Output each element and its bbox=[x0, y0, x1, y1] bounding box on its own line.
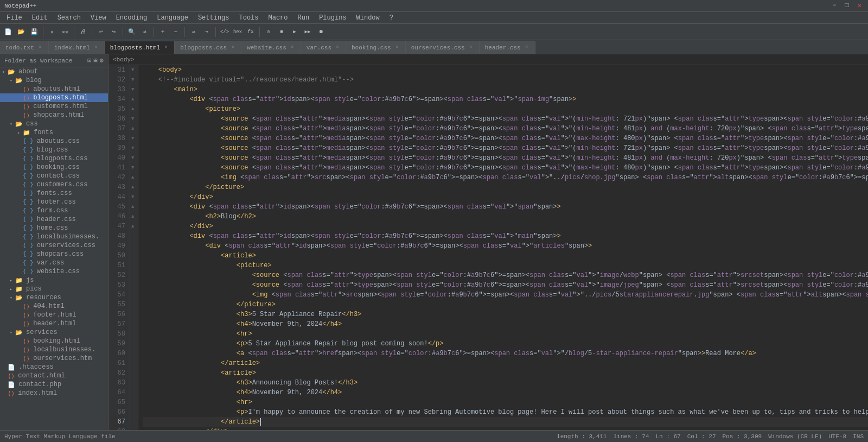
menu-run[interactable]: Run bbox=[293, 13, 314, 23]
tab-blogposts-css[interactable]: blogposts.css× bbox=[175, 41, 241, 54]
tab-close-icon[interactable]: × bbox=[335, 45, 340, 50]
find-replace-button[interactable]: ⇄ bbox=[139, 26, 151, 38]
sidebar-settings-icon[interactable]: ⚙ bbox=[100, 56, 104, 65]
print-button[interactable]: 🖨 bbox=[77, 26, 89, 38]
new-button[interactable]: 📄 bbox=[2, 26, 14, 38]
maximize-button[interactable]: □ bbox=[843, 2, 851, 10]
tree-item-shopcars-css[interactable]: { }shopcars.css bbox=[0, 250, 108, 258]
tree-item-services[interactable]: ▾📂services bbox=[0, 328, 108, 337]
play-btn[interactable]: ▶ bbox=[289, 26, 301, 38]
zoom-out-button[interactable]: − bbox=[170, 26, 182, 38]
minimize-button[interactable]: − bbox=[830, 2, 838, 10]
menu-tools[interactable]: Tools bbox=[234, 13, 263, 23]
tree-item-footer-html[interactable]: ⟨⟩footer.html bbox=[0, 311, 108, 319]
menu-file[interactable]: File bbox=[2, 13, 27, 23]
editor-area: <body> 313233343536373839404142434445464… bbox=[108, 54, 868, 430]
tab-ourservices-css[interactable]: ourservices.css× bbox=[406, 41, 480, 54]
tree-item-css[interactable]: ▾📂css bbox=[0, 119, 108, 128]
tab-close-icon[interactable]: × bbox=[163, 45, 169, 50]
tree-item-blogposts-css[interactable]: { }blogposts.css bbox=[0, 154, 108, 163]
tree-item-blog-css[interactable]: { }blog.css bbox=[0, 146, 108, 154]
func-btn[interactable]: fx bbox=[245, 26, 257, 38]
tag-btn[interactable]: </> bbox=[219, 26, 231, 38]
tab-blogposts-html[interactable]: blogposts.html× bbox=[105, 41, 175, 54]
tree-item-ourservices-htm[interactable]: ⟨⟩ourservices.htm bbox=[0, 354, 108, 363]
menu-edit[interactable]: Edit bbox=[28, 13, 52, 23]
tree-item-404-html[interactable]: ⟨⟩404.html bbox=[0, 302, 108, 311]
menu-settings[interactable]: Settings bbox=[194, 13, 234, 23]
tree-item-fonts-css[interactable]: { }fonts.css bbox=[0, 189, 108, 198]
tab-website-css[interactable]: website.css× bbox=[241, 41, 301, 54]
tree-item-fonts[interactable]: ▸📁fonts bbox=[0, 128, 108, 137]
tab-var-css[interactable]: var.css× bbox=[301, 41, 346, 54]
menu-macro[interactable]: Macro bbox=[264, 13, 292, 23]
menu-encoding[interactable]: Encoding bbox=[112, 13, 152, 23]
menu-language[interactable]: Language bbox=[152, 13, 193, 23]
tree-item-booking-css[interactable]: { }booking.css bbox=[0, 163, 108, 172]
play2-btn[interactable]: ▶▶ bbox=[302, 26, 314, 38]
redo-button[interactable]: ↪ bbox=[108, 26, 120, 38]
tab-index-html[interactable]: index.html× bbox=[49, 41, 105, 54]
tree-item-contact-html[interactable]: ⟨⟩contact.html bbox=[0, 371, 108, 380]
indent-btn[interactable]: ⇥ bbox=[201, 26, 213, 38]
zoom-in-button[interactable]: + bbox=[157, 26, 169, 38]
tab-close-icon[interactable]: × bbox=[93, 45, 99, 50]
capture-btn[interactable]: ⊙ bbox=[263, 26, 275, 38]
menu-search[interactable]: Search bbox=[53, 13, 85, 23]
tree-item-aboutus-css[interactable]: { }aboutus.css bbox=[0, 137, 108, 146]
tree-item--htaccess[interactable]: 📄.htaccess bbox=[0, 363, 108, 371]
tab-close-icon[interactable]: × bbox=[524, 45, 529, 50]
tab-todo-txt[interactable]: todo.txt× bbox=[0, 41, 49, 54]
tree-item-website-css[interactable]: { }website.css bbox=[0, 267, 108, 276]
tree-item-var-css[interactable]: { }var.css bbox=[0, 258, 108, 267]
hex-btn[interactable]: hex bbox=[232, 26, 244, 38]
tree-item-aboutus-html[interactable]: ⟨⟩aboutus.html bbox=[0, 85, 108, 93]
undo-button[interactable]: ↩ bbox=[95, 26, 107, 38]
menu-view[interactable]: View bbox=[86, 13, 111, 23]
close-all-button[interactable]: ✕✕ bbox=[59, 26, 71, 38]
stop-btn[interactable]: ■ bbox=[276, 26, 288, 38]
save-button[interactable]: 💾 bbox=[28, 26, 40, 38]
tree-item-index-html[interactable]: ⟨⟩index.html bbox=[0, 389, 108, 397]
sidebar-collapse-icon[interactable]: ⊡ bbox=[87, 56, 91, 65]
tab-booking-css[interactable]: booking.css× bbox=[346, 41, 406, 54]
tab-close-icon[interactable]: × bbox=[394, 45, 400, 50]
tree-item-resources[interactable]: ▾📂resources bbox=[0, 293, 108, 302]
tab-close-icon[interactable]: × bbox=[230, 45, 235, 50]
wrap-btn[interactable]: ⇌ bbox=[188, 26, 200, 38]
code-editor[interactable]: 3132333435363738394041424344454647484950… bbox=[108, 65, 868, 430]
code-content[interactable]: <body> <!--#include virtual="../resource… bbox=[138, 65, 868, 430]
menu-?[interactable]: ? bbox=[385, 13, 398, 23]
tree-item-js[interactable]: ▸📁js bbox=[0, 276, 108, 285]
open-button[interactable]: 📂 bbox=[15, 26, 27, 38]
tree-item-blog[interactable]: ▾📂blog bbox=[0, 76, 108, 85]
tree-item-header-css[interactable]: { }header.css bbox=[0, 215, 108, 224]
tab-header-css[interactable]: header.css× bbox=[480, 41, 535, 54]
menu-window[interactable]: Window bbox=[352, 13, 384, 23]
tree-item-contact-php[interactable]: 📄contact.php bbox=[0, 380, 108, 389]
tree-item-shopcars-html[interactable]: ⟨⟩shopcars.html bbox=[0, 111, 108, 119]
tree-item-about[interactable]: ▾📂about bbox=[0, 67, 108, 76]
tree-item-form-css[interactable]: { }form.css bbox=[0, 206, 108, 215]
tree-item-customers-css[interactable]: { }customers.css bbox=[0, 180, 108, 189]
sidebar-expand-icon[interactable]: ⊞ bbox=[94, 56, 98, 65]
tree-item-localbusinesses-[interactable]: { }localbusinesses. bbox=[0, 232, 108, 241]
close-tab-button[interactable]: ✕ bbox=[46, 26, 58, 38]
menu-plugins[interactable]: Plugins bbox=[315, 13, 350, 23]
tree-item-localbusinesses-[interactable]: ⟨⟩localbusinesses. bbox=[0, 345, 108, 354]
sched-btn[interactable]: ⏺ bbox=[315, 26, 327, 38]
tree-item-home-css[interactable]: { }home.css bbox=[0, 224, 108, 232]
tree-item-blogposts-html[interactable]: ⟨⟩blogposts.html bbox=[0, 93, 108, 102]
find-button[interactable]: 🔍 bbox=[126, 26, 138, 38]
tab-close-icon[interactable]: × bbox=[37, 45, 43, 50]
tree-item-booking-html[interactable]: ⟨⟩booking.html bbox=[0, 337, 108, 345]
tab-close-icon[interactable]: × bbox=[468, 45, 474, 50]
tab-close-icon[interactable]: × bbox=[290, 45, 295, 50]
tree-item-header-html[interactable]: ⟨⟩header.html bbox=[0, 319, 108, 328]
tree-item-customers-html[interactable]: ⟨⟩customers.html bbox=[0, 102, 108, 111]
close-button[interactable]: ✕ bbox=[856, 2, 864, 10]
tree-item-pics[interactable]: ▸📁pics bbox=[0, 285, 108, 293]
tree-item-contact-css[interactable]: { }contact.css bbox=[0, 172, 108, 180]
tree-item-footer-css[interactable]: { }footer.css bbox=[0, 198, 108, 206]
tree-item-ourservices-css[interactable]: { }ourservices.css bbox=[0, 241, 108, 250]
